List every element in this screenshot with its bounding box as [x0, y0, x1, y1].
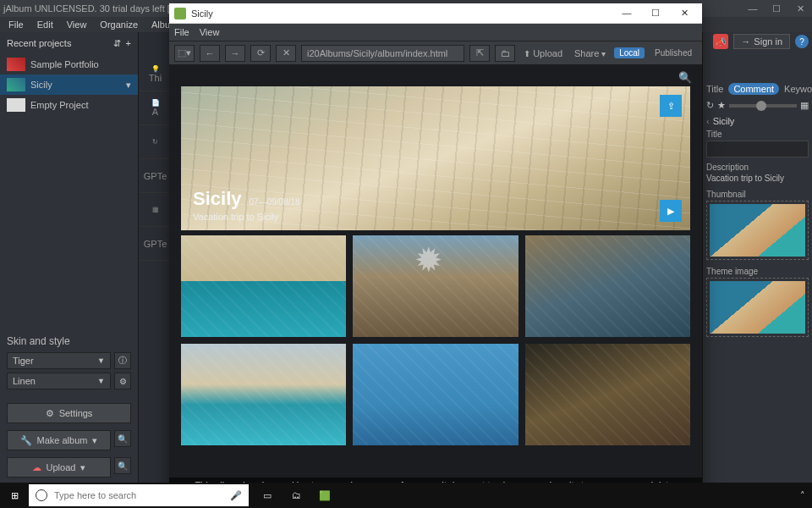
search-input[interactable]	[54, 490, 223, 500]
project-menu-icon[interactable]: ▾	[126, 80, 131, 91]
tab-keywords[interactable]: Keywords	[784, 84, 812, 94]
signin-button[interactable]: → Sign in	[733, 34, 790, 49]
search-icon[interactable]: 🔍	[678, 71, 692, 84]
gallery-thumb[interactable]	[181, 344, 346, 445]
task-view-icon[interactable]: ▭	[254, 483, 281, 508]
preview-titlebar[interactable]: Sicily — ☐ ✕	[169, 3, 702, 24]
close-icon[interactable]: ✕	[792, 3, 809, 14]
grid-icon[interactable]: ▦	[800, 100, 809, 111]
chevron-down-icon: ▾	[80, 462, 85, 473]
gallery-thumb[interactable]	[525, 235, 690, 337]
start-button[interactable]: ⊞	[0, 483, 29, 508]
zoom-slider[interactable]	[729, 104, 797, 108]
app-icon	[174, 8, 186, 19]
project-label: Sicily	[30, 80, 52, 90]
maximize-icon[interactable]: ☐	[768, 3, 785, 14]
mid-item[interactable]: 📄A	[139, 91, 172, 125]
gallery-thumb[interactable]	[525, 344, 690, 445]
thumbnail-label: Thumbnail	[706, 190, 809, 199]
taskbar-search[interactable]: 🎤	[29, 484, 249, 506]
project-sample[interactable]: Sample Portfolio	[0, 54, 138, 75]
mid-item[interactable]: GPTe	[139, 159, 172, 193]
app-icon[interactable]: 🟩	[311, 483, 338, 508]
local-tab[interactable]: Local	[614, 47, 645, 58]
system-tray[interactable]: ˄	[793, 490, 812, 501]
recent-projects-header: Recent projects ⇵+	[0, 32, 138, 54]
mid-item[interactable]: ▦	[139, 193, 172, 227]
add-icon[interactable]: +	[126, 38, 131, 49]
style-dropdown[interactable]: Linen▼	[7, 373, 111, 389]
close-icon[interactable]: ✕	[672, 8, 697, 19]
published-tab[interactable]: Published	[650, 47, 697, 58]
upload-button[interactable]: ☁Upload▾	[7, 457, 111, 478]
help-icon[interactable]: ?	[795, 35, 809, 48]
recent-projects-label: Recent projects	[7, 38, 71, 48]
upload-link[interactable]: ⬆ Upload	[520, 48, 566, 58]
tab-comment[interactable]: Comment	[728, 83, 779, 95]
notification-icon[interactable]: 📣	[713, 34, 728, 49]
maximize-icon[interactable]: ☐	[643, 8, 668, 19]
title-label: Title	[706, 130, 809, 139]
menu-file[interactable]: File	[3, 19, 29, 30]
hero-date: 07—09/08/18	[250, 197, 300, 207]
mic-icon[interactable]: 🎤	[230, 490, 242, 501]
share-button[interactable]: ⇪	[660, 95, 682, 117]
tab-title[interactable]: Title	[706, 84, 723, 94]
skin-info-icon[interactable]: ⓘ	[114, 352, 131, 369]
tool-icon: 🔧	[20, 435, 32, 446]
back-icon[interactable]: ←	[200, 45, 220, 62]
title-input[interactable]	[706, 141, 809, 157]
explorer-icon[interactable]: 🗂	[283, 483, 310, 508]
signin-label: Sign in	[754, 36, 782, 47]
tray-chevron-icon[interactable]: ˄	[800, 490, 805, 501]
url-field[interactable]: i20Albums/Sicily/album/index.html	[301, 45, 464, 62]
menu-organize[interactable]: Organize	[95, 19, 143, 30]
gallery-thumb[interactable]	[181, 235, 346, 337]
browse-icon[interactable]: 🔍	[114, 457, 131, 474]
external-icon[interactable]: ⇱	[469, 45, 490, 62]
project-thumb	[7, 98, 25, 112]
gallery-thumb[interactable]	[353, 344, 518, 445]
right-panel: Title Comment Keywords ↻ ★ ▦ Sicily Titl…	[702, 32, 812, 489]
slider-knob[interactable]	[756, 101, 766, 111]
hero-title: Sicily	[193, 188, 241, 209]
preview-icon[interactable]: 🔍	[114, 430, 131, 447]
mid-item[interactable]: 💡Thi	[139, 58, 172, 91]
forward-icon[interactable]: →	[225, 45, 245, 62]
preview-window: Sicily — ☐ ✕ File View ⬚▾ ← → ⟳ ✕ i20Alb…	[169, 3, 702, 493]
hero-image[interactable]: ⇪ ▶ Sicily 07—09/08/18 Vacation trip to …	[181, 86, 690, 230]
main-window-controls: — ☐ ✕	[744, 3, 809, 14]
mid-item[interactable]: ↻	[139, 125, 172, 159]
theme-image-picker[interactable]	[706, 278, 809, 337]
reload-icon[interactable]: ⟳	[250, 45, 271, 62]
preview-menu-view[interactable]: View	[200, 27, 220, 37]
cortana-icon	[36, 489, 47, 501]
make-album-button[interactable]: 🔧Make album▾	[7, 430, 111, 450]
skin-dropdown[interactable]: Tiger▼	[7, 352, 111, 369]
menu-edit[interactable]: Edit	[32, 19, 58, 30]
rotate-icon[interactable]: ↻	[706, 100, 714, 111]
chevron-down-icon: ▼	[97, 356, 105, 365]
thumbnail-picker[interactable]	[706, 201, 809, 260]
preview-menu-file[interactable]: File	[174, 27, 189, 37]
minimize-icon[interactable]: —	[614, 8, 639, 19]
project-sicily[interactable]: Sicily▾	[0, 75, 138, 95]
folder-icon[interactable]: 🗀	[495, 45, 515, 62]
style-value: Linen	[13, 376, 36, 386]
style-settings-icon[interactable]: ⚙	[114, 373, 131, 389]
mid-item[interactable]: GPTe	[139, 227, 172, 261]
share-link[interactable]: Share ▾	[571, 48, 609, 58]
play-button[interactable]: ▶	[660, 200, 682, 222]
device-icon[interactable]: ⬚▾	[174, 45, 195, 62]
minimize-icon[interactable]: —	[744, 3, 761, 14]
stop-icon[interactable]: ✕	[276, 45, 296, 62]
menu-view[interactable]: View	[62, 19, 92, 30]
star-icon[interactable]: ★	[717, 100, 726, 111]
hero-overlay: Sicily 07—09/08/18 Vacation trip to Sici…	[193, 188, 300, 222]
preview-toolbar: ⬚▾ ← → ⟳ ✕ i20Albums/Sicily/album/index.…	[169, 41, 702, 64]
sort-icon[interactable]: ⇵	[113, 38, 121, 49]
loading-icon	[414, 240, 457, 283]
settings-button[interactable]: ⚙Settings	[7, 403, 131, 423]
project-empty[interactable]: Empty Project	[0, 95, 138, 115]
skin-section: Skin and style Tiger▼ ⓘ Linen▼ ⚙	[0, 329, 138, 400]
